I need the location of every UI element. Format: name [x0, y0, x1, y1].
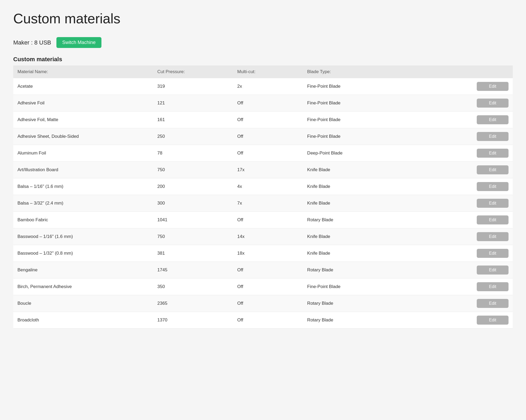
cell-cut-pressure: 319	[153, 78, 233, 95]
switch-machine-button[interactable]: Switch Machine	[56, 37, 101, 48]
cell-blade-type: Deep-Point Blade	[303, 145, 433, 162]
table-row: Balsa – 3/32" (2.4 mm)3007xKnife BladeEd…	[13, 195, 513, 212]
cell-multicut: Off	[233, 212, 303, 228]
cell-action: Edit	[433, 145, 513, 162]
table-header-row: Material Name: Cut Pressure: Multi-cut: …	[13, 65, 513, 78]
cell-cut-pressure: 300	[153, 195, 233, 212]
edit-button[interactable]: Edit	[477, 282, 509, 291]
edit-button[interactable]: Edit	[477, 299, 509, 308]
edit-button[interactable]: Edit	[477, 199, 509, 208]
edit-button[interactable]: Edit	[477, 132, 509, 141]
cell-action: Edit	[433, 195, 513, 212]
cell-action: Edit	[433, 312, 513, 329]
cell-action: Edit	[433, 95, 513, 112]
table-row: Adhesive Foil, Matte161OffFine-Point Bla…	[13, 112, 513, 128]
cell-cut-pressure: 161	[153, 112, 233, 128]
cell-cut-pressure: 121	[153, 95, 233, 112]
cell-multicut: Off	[233, 278, 303, 295]
edit-button[interactable]: Edit	[477, 232, 509, 241]
cell-cut-pressure: 1745	[153, 262, 233, 278]
cell-blade-type: Knife Blade	[303, 245, 433, 262]
cell-blade-type: Rotary Blade	[303, 262, 433, 278]
cell-multicut: 14x	[233, 228, 303, 245]
cell-multicut: Off	[233, 128, 303, 145]
cell-cut-pressure: 750	[153, 162, 233, 178]
cell-multicut: 18x	[233, 245, 303, 262]
cell-cut-pressure: 200	[153, 178, 233, 195]
cell-cut-pressure: 1041	[153, 212, 233, 228]
cell-multicut: Off	[233, 295, 303, 312]
cell-material-name: Adhesive Foil	[13, 95, 153, 112]
edit-button[interactable]: Edit	[477, 115, 509, 124]
cell-action: Edit	[433, 295, 513, 312]
table-row: Boucle2365OffRotary BladeEdit	[13, 295, 513, 312]
cell-multicut: Off	[233, 262, 303, 278]
page-title: Custom materials	[13, 11, 513, 26]
cell-multicut: 17x	[233, 162, 303, 178]
cell-multicut: 4x	[233, 178, 303, 195]
edit-button[interactable]: Edit	[477, 316, 509, 325]
cell-cut-pressure: 2365	[153, 295, 233, 312]
materials-table: Material Name: Cut Pressure: Multi-cut: …	[13, 65, 513, 329]
cell-material-name: Boucle	[13, 295, 153, 312]
cell-blade-type: Knife Blade	[303, 195, 433, 212]
edit-button[interactable]: Edit	[477, 249, 509, 258]
table-row: Basswood – 1/32" (0.8 mm)38118xKnife Bla…	[13, 245, 513, 262]
edit-button[interactable]: Edit	[477, 165, 509, 174]
edit-button[interactable]: Edit	[477, 266, 509, 275]
cell-action: Edit	[433, 228, 513, 245]
edit-button[interactable]: Edit	[477, 149, 509, 158]
col-header-blade: Blade Type:	[303, 65, 433, 78]
cell-blade-type: Fine-Point Blade	[303, 112, 433, 128]
edit-button[interactable]: Edit	[477, 182, 509, 191]
table-row: Birch, Permanent Adhesive350OffFine-Poin…	[13, 278, 513, 295]
table-row: Adhesive Sheet, Double-Sided250OffFine-P…	[13, 128, 513, 145]
cell-cut-pressure: 78	[153, 145, 233, 162]
cell-material-name: Balsa – 3/32" (2.4 mm)	[13, 195, 153, 212]
col-header-pressure: Cut Pressure:	[153, 65, 233, 78]
cell-material-name: Adhesive Sheet, Double-Sided	[13, 128, 153, 145]
edit-button[interactable]: Edit	[477, 99, 509, 108]
cell-blade-type: Rotary Blade	[303, 212, 433, 228]
cell-material-name: Aluminum Foil	[13, 145, 153, 162]
table-row: Bamboo Fabric1041OffRotary BladeEdit	[13, 212, 513, 228]
cell-action: Edit	[433, 78, 513, 95]
edit-button[interactable]: Edit	[477, 82, 509, 91]
edit-button[interactable]: Edit	[477, 215, 509, 224]
cell-material-name: Birch, Permanent Adhesive	[13, 278, 153, 295]
table-row: Balsa – 1/16" (1.6 mm)2004xKnife BladeEd…	[13, 178, 513, 195]
table-row: Aluminum Foil78OffDeep-Point BladeEdit	[13, 145, 513, 162]
table-row: Basswood – 1/16" (1.6 mm)75014xKnife Bla…	[13, 228, 513, 245]
cell-cut-pressure: 250	[153, 128, 233, 145]
table-row: Art/Illustration Board75017xKnife BladeE…	[13, 162, 513, 178]
cell-multicut: Off	[233, 312, 303, 329]
section-title: Custom materials	[13, 56, 513, 63]
cell-multicut: 2x	[233, 78, 303, 95]
col-header-name: Material Name:	[13, 65, 153, 78]
cell-blade-type: Rotary Blade	[303, 295, 433, 312]
cell-multicut: Off	[233, 112, 303, 128]
cell-action: Edit	[433, 162, 513, 178]
table-row: Bengaline1745OffRotary BladeEdit	[13, 262, 513, 278]
cell-blade-type: Knife Blade	[303, 228, 433, 245]
cell-multicut: 7x	[233, 195, 303, 212]
cell-material-name: Broadcloth	[13, 312, 153, 329]
machine-row: Maker : 8 USB Switch Machine	[13, 37, 513, 48]
cell-action: Edit	[433, 212, 513, 228]
machine-label: Maker : 8 USB	[13, 39, 51, 46]
cell-blade-type: Fine-Point Blade	[303, 278, 433, 295]
col-header-multicut: Multi-cut:	[233, 65, 303, 78]
cell-material-name: Adhesive Foil, Matte	[13, 112, 153, 128]
cell-blade-type: Fine-Point Blade	[303, 95, 433, 112]
cell-cut-pressure: 350	[153, 278, 233, 295]
cell-cut-pressure: 1370	[153, 312, 233, 329]
cell-blade-type: Knife Blade	[303, 162, 433, 178]
cell-action: Edit	[433, 278, 513, 295]
cell-blade-type: Fine-Point Blade	[303, 78, 433, 95]
cell-material-name: Basswood – 1/16" (1.6 mm)	[13, 228, 153, 245]
cell-action: Edit	[433, 112, 513, 128]
cell-multicut: Off	[233, 145, 303, 162]
cell-multicut: Off	[233, 95, 303, 112]
table-row: Acetate3192xFine-Point BladeEdit	[13, 78, 513, 95]
cell-material-name: Bamboo Fabric	[13, 212, 153, 228]
